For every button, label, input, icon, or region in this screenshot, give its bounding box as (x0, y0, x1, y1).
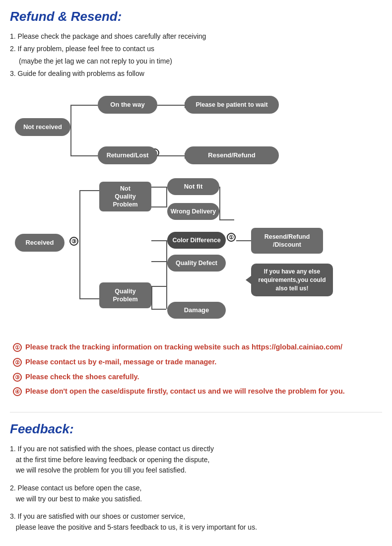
not-quality-box: NotQualityProblem (99, 182, 151, 211)
qp-v (166, 240, 167, 309)
bracket-h2-bot (79, 298, 99, 299)
note-3: ③ Please check the shoes carefully. (13, 372, 382, 383)
nqp-line-top (151, 187, 166, 188)
notes-area: ① Please track the tracking information … (10, 342, 382, 397)
resend-refund-discount-box: Resend/Refund/Discount (251, 228, 323, 254)
right-v-top (219, 187, 220, 220)
damage-box: Damage (167, 302, 226, 319)
returned-lost-box: Returned/Lost (98, 146, 157, 164)
speech-bubble: If you have any else requirements,you co… (251, 264, 333, 296)
bracket-h-top (70, 105, 98, 106)
refund-title: Refund & Resend: (10, 9, 382, 24)
arrow-returned (157, 155, 185, 156)
arrow-cd (236, 240, 251, 241)
note-2: ② Please contact us by e-mail, message o… (13, 357, 382, 368)
note-4: ④ Please don't open the case/dispute fir… (13, 386, 382, 397)
flowchart-bottom: Received ③ NotQualityProblem QualityProb… (10, 174, 382, 333)
feedback-list: 1. If you are not satisfied with the sho… (10, 444, 382, 533)
note-1: ① Please track the tracking information … (13, 342, 382, 353)
note-circle-2: ② (13, 358, 22, 367)
feedback-item-1: 1. If you are not satisfied with the sho… (10, 444, 382, 476)
color-difference-box: Color Difference (167, 232, 226, 249)
intro-item-2b: (maybe the jet lag we can not reply to y… (10, 56, 382, 67)
qp-v2 (151, 286, 152, 310)
bracket-h2-top (79, 190, 99, 191)
note-circle-3: ③ (13, 373, 22, 382)
patient-wait-box: Please be patient to wait (185, 96, 279, 114)
feedback-section: Feedback: 1. If you are not satisfied wi… (10, 421, 382, 533)
quality-defect-box: Quality Defect (167, 255, 226, 272)
feedback-title: Feedback: (10, 421, 382, 437)
feedback-item-2: 2. Please contact us before open the cas… (10, 483, 382, 504)
intro-item-2: 2. If any problem, please feel free to c… (10, 44, 382, 54)
qp-line-top (151, 240, 166, 241)
qp-line-bot1 (151, 286, 166, 287)
qp-line-mid (151, 261, 166, 262)
bracket-v (70, 105, 71, 156)
note-circle-4: ④ (13, 387, 22, 396)
received-box: Received (15, 234, 65, 252)
intro-item-1: 1. Please check the package and shoes ca… (10, 31, 382, 42)
not-received-box: Not received (15, 118, 70, 136)
intro-item-3: 3. Guide for dealing with problems as fo… (10, 68, 382, 79)
flowchart-top: Not received ① On the way Please be pati… (10, 90, 382, 169)
circle-1-cd: ① (227, 233, 236, 242)
wrong-delivery-box: Wrong Delivery (167, 203, 219, 220)
resend-refund-box-top: Resend/Refund (185, 146, 279, 164)
circle-3: ③ (69, 237, 78, 246)
bracket-v2 (79, 190, 80, 299)
right-h-mid (219, 219, 234, 220)
divider (10, 412, 382, 412)
feedback-item-3: 3. If you are satisfied with our shoes o… (10, 511, 382, 533)
qp-line-bot2 (151, 309, 166, 310)
nqp-line-mid (151, 206, 166, 207)
nqp-v (166, 187, 167, 207)
bracket-h-bot (70, 155, 98, 156)
not-fit-box: Not fit (167, 178, 219, 195)
on-the-way-box: On the way (98, 96, 157, 114)
note-circle-1: ① (13, 343, 22, 352)
intro-list: 1. Please check the package and shoes ca… (10, 31, 382, 79)
arrow-ontheway (157, 105, 185, 106)
quality-problem-box: QualityProblem (99, 282, 151, 308)
